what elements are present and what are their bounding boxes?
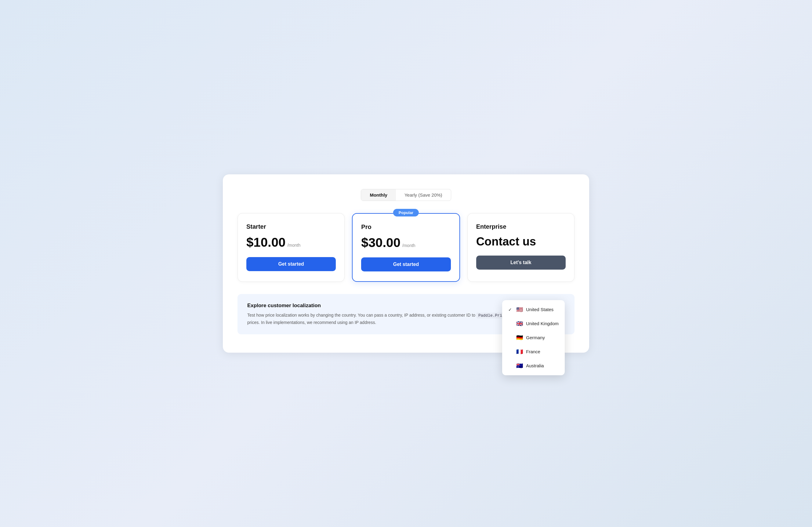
dropdown-item-fr[interactable]: ✓ 🇫🇷 France: [502, 345, 565, 359]
dropdown-item-au[interactable]: ✓ 🇦🇺 Australia: [502, 359, 565, 373]
check-icon-us: ✓: [508, 307, 513, 312]
cta-pro[interactable]: Get started: [361, 257, 451, 271]
dropdown-item-us[interactable]: ✓ 🇺🇸 United States: [502, 303, 565, 317]
toggle-group: Monthly Yearly (Save 20%): [361, 189, 451, 201]
plan-name-enterprise: Enterprise: [476, 223, 566, 230]
country-label-uk: United Kingdom: [526, 321, 559, 326]
plan-price-pro: $30.00 /month: [361, 236, 451, 250]
toggle-yearly[interactable]: Yearly (Save 20%): [396, 189, 451, 201]
price-period-starter: /month: [287, 243, 300, 247]
plan-card-pro: Popular Pro $30.00 /month Get started: [352, 213, 460, 282]
plan-price-enterprise: Contact us: [476, 235, 566, 248]
localization-section: Explore customer localization Test how p…: [237, 294, 575, 334]
country-label-de: Germany: [526, 335, 545, 340]
plan-name-starter: Starter: [246, 223, 336, 230]
popular-badge: Popular: [393, 209, 419, 216]
toggle-monthly[interactable]: Monthly: [361, 189, 396, 201]
country-dropdown: ✓ 🇺🇸 United States ✓ 🇬🇧 United Kingdom ✓…: [502, 300, 565, 375]
main-container: Monthly Yearly (Save 20%) Starter $10.00…: [223, 174, 589, 353]
flag-us: 🇺🇸: [516, 306, 523, 313]
plan-card-starter: Starter $10.00 /month Get started: [237, 213, 345, 282]
country-label-us: United States: [526, 307, 553, 312]
dropdown-item-uk[interactable]: ✓ 🇬🇧 United Kingdom: [502, 317, 565, 331]
pricing-cards: Starter $10.00 /month Get started Popula…: [237, 213, 575, 282]
price-amount-pro: $30.00: [361, 236, 400, 250]
localization-text-1: Test how price localization works by cha…: [247, 313, 475, 317]
flag-uk: 🇬🇧: [516, 320, 523, 327]
plan-card-enterprise: Enterprise Contact us Let's talk: [467, 213, 575, 282]
flag-au: 🇦🇺: [516, 362, 523, 369]
billing-toggle-wrapper: Monthly Yearly (Save 20%): [237, 189, 575, 201]
price-contact-enterprise: Contact us: [476, 235, 536, 248]
cta-starter[interactable]: Get started: [246, 257, 336, 271]
flag-fr: 🇫🇷: [516, 348, 523, 355]
dropdown-item-de[interactable]: ✓ 🇩🇪 Germany: [502, 331, 565, 345]
price-amount-starter: $10.00: [246, 235, 286, 250]
country-label-fr: France: [526, 349, 540, 354]
flag-de: 🇩🇪: [516, 334, 523, 341]
price-period-pro: /month: [402, 243, 416, 248]
plan-price-starter: $10.00 /month: [246, 235, 336, 250]
country-label-au: Australia: [526, 363, 544, 368]
plan-name-pro: Pro: [361, 224, 451, 230]
cta-enterprise[interactable]: Let's talk: [476, 256, 566, 270]
